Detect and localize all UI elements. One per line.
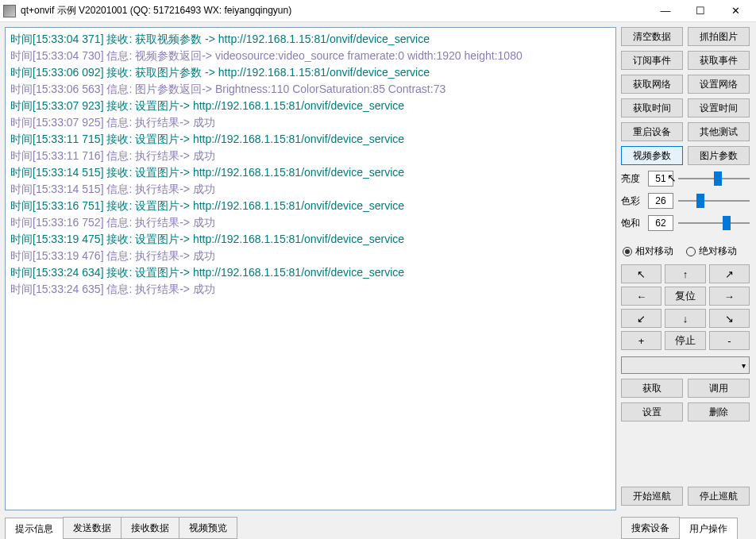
log-line: 时间[15:33:11 715] 接收: 设置图片-> http://192.1… (10, 131, 611, 148)
ptz-stop-button[interactable]: 停止 (665, 331, 705, 350)
log-line: 时间[15:33:06 092] 接收: 获取图片参数 -> http://19… (10, 64, 611, 81)
left-panel: 时间[15:33:04 371] 接收: 获取视频参数 -> http://19… (0, 22, 616, 539)
log-line: 时间[15:33:19 475] 接收: 设置图片-> http://192.1… (10, 231, 611, 248)
ptz-down-left-button[interactable]: ↙ (621, 309, 662, 328)
log-line: 时间[15:33:07 925] 信息: 执行结果-> 成功 (10, 114, 611, 131)
get-event-button[interactable]: 获取事件 (688, 51, 750, 70)
set-time-button[interactable]: 设置时间 (688, 98, 750, 117)
subscribe-event-button[interactable]: 订阅事件 (621, 51, 683, 70)
ptz-up-button[interactable]: ↑ (665, 264, 705, 283)
ptz-right-button[interactable]: → (709, 287, 750, 306)
log-line: 时间[15:33:19 476] 信息: 执行结果-> 成功 (10, 248, 611, 264)
brightness-value[interactable]: 51 (648, 171, 673, 187)
maximize-button[interactable]: ☐ (683, 0, 718, 22)
saturation-slider[interactable] (678, 216, 750, 230)
minimize-button[interactable]: — (648, 0, 683, 22)
tab-recv-data[interactable]: 接收数据 (121, 517, 179, 539)
window-title: qt+onvif 示例 V20201001 (QQ: 517216493 WX:… (21, 4, 648, 17)
tab-search-device[interactable]: 搜索设备 (621, 517, 680, 539)
image-param-button[interactable]: 图片参数 (688, 146, 750, 165)
log-line: 时间[15:33:14 515] 信息: 执行结果-> 成功 (10, 181, 611, 198)
radio-relative-move[interactable]: 相对移动 (623, 244, 673, 258)
log-line: 时间[15:33:06 563] 信息: 图片参数返回-> Brightness… (10, 81, 611, 98)
other-test-button[interactable]: 其他测试 (688, 122, 750, 141)
radio-relative-label: 相对移动 (635, 244, 673, 258)
titlebar: qt+onvif 示例 V20201001 (QQ: 517216493 WX:… (0, 0, 756, 22)
log-line: 时间[15:33:16 751] 接收: 设置图片-> http://192.1… (10, 198, 611, 214)
close-button[interactable]: ✕ (718, 0, 753, 22)
brightness-label: 亮度 (621, 172, 643, 186)
video-param-button[interactable]: 视频参数 (621, 146, 683, 165)
log-line: 时间[15:33:14 515] 接收: 设置图片-> http://192.1… (10, 164, 611, 181)
radio-absolute-move[interactable]: 绝对移动 (686, 244, 737, 258)
log-line: 时间[15:33:24 635] 信息: 执行结果-> 成功 (10, 281, 611, 298)
saturation-value[interactable]: 62 (648, 215, 673, 231)
bottom-tabs: 提示信息 发送数据 接收数据 视频预览 (5, 517, 616, 539)
ptz-down-button[interactable]: ↓ (665, 309, 705, 328)
reboot-device-button[interactable]: 重启设备 (621, 122, 683, 141)
right-tabs: 搜索设备 用户操作 (621, 517, 750, 539)
ptz-down-right-button[interactable]: ↘ (709, 309, 750, 328)
brightness-slider-row: 亮度 51 (621, 170, 750, 187)
tab-video-preview[interactable]: 视频预览 (179, 517, 237, 539)
ptz-zoom-in-button[interactable]: + (621, 331, 662, 350)
get-network-button[interactable]: 获取网络 (621, 75, 683, 94)
start-patrol-button[interactable]: 开始巡航 (621, 487, 683, 506)
log-line: 时间[15:33:04 730] 信息: 视频参数返回-> videosourc… (10, 48, 611, 64)
chevron-down-icon: ▾ (742, 361, 746, 370)
app-icon (3, 5, 16, 17)
log-line: 时间[15:33:07 923] 接收: 设置图片-> http://192.1… (10, 98, 611, 114)
tab-user-operation[interactable]: 用户操作 (679, 518, 738, 539)
ptz-reset-button[interactable]: 复位 (665, 287, 705, 306)
set-preset-button[interactable]: 设置 (621, 402, 683, 422)
tab-send-data[interactable]: 发送数据 (63, 517, 122, 539)
color-slider-row: 色彩 26 (621, 192, 750, 210)
set-network-button[interactable]: 设置网络 (688, 75, 750, 94)
ptz-zoom-out-button[interactable]: - (709, 331, 750, 350)
call-preset-button[interactable]: 调用 (688, 379, 750, 398)
ptz-up-left-button[interactable]: ↖ (621, 264, 662, 283)
log-line: 时间[15:33:11 716] 信息: 执行结果-> 成功 (10, 148, 611, 164)
log-line: 时间[15:33:16 752] 信息: 执行结果-> 成功 (10, 214, 611, 231)
ptz-left-button[interactable]: ← (621, 287, 662, 306)
delete-preset-button[interactable]: 删除 (688, 402, 750, 422)
color-value[interactable]: 26 (648, 193, 673, 209)
get-preset-button[interactable]: 获取 (621, 379, 683, 398)
log-line: 时间[15:33:04 371] 接收: 获取视频参数 -> http://19… (10, 31, 611, 48)
log-output[interactable]: 时间[15:33:04 371] 接收: 获取视频参数 -> http://19… (5, 27, 616, 510)
radio-absolute-label: 绝对移动 (699, 244, 737, 258)
log-line: 时间[15:33:24 634] 接收: 设置图片-> http://192.1… (10, 264, 611, 281)
ptz-up-right-button[interactable]: ↗ (709, 264, 750, 283)
tab-tip-info[interactable]: 提示信息 (5, 518, 64, 539)
color-label: 色彩 (621, 194, 643, 208)
saturation-slider-row: 饱和 62 (621, 214, 750, 232)
snap-image-button[interactable]: 抓拍图片 (688, 27, 750, 46)
color-slider[interactable] (678, 194, 750, 208)
get-time-button[interactable]: 获取时间 (621, 98, 683, 117)
stop-patrol-button[interactable]: 停止巡航 (688, 487, 750, 506)
clear-data-button[interactable]: 清空数据 (621, 27, 683, 46)
preset-dropdown[interactable]: ▾ (621, 356, 750, 374)
saturation-label: 饱和 (621, 217, 643, 230)
right-panel: 清空数据抓拍图片 订阅事件获取事件 获取网络设置网络 获取时间设置时间 重启设备… (616, 22, 756, 539)
brightness-slider[interactable] (678, 171, 750, 186)
